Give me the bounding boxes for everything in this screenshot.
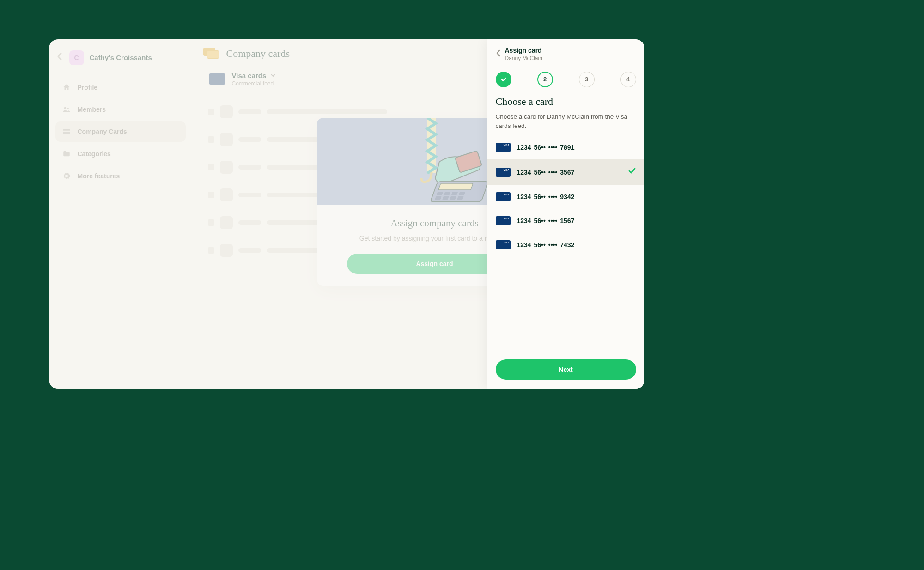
visa-card-icon <box>496 168 511 177</box>
visa-card-icon <box>496 143 511 152</box>
nav-label: More features <box>78 172 120 180</box>
nav-item-members[interactable]: Members <box>55 99 186 120</box>
visa-card-icon <box>496 192 511 201</box>
svg-rect-15 <box>450 196 456 200</box>
svg-rect-9 <box>436 192 443 195</box>
app-frame: C Cathy's Croissants Profile Members <box>49 39 644 389</box>
svg-rect-14 <box>442 196 449 200</box>
workspace-initial: C <box>74 54 79 61</box>
panel-desc: Choose a card for Danny McClain from the… <box>496 112 636 131</box>
visa-card-icon <box>209 73 225 85</box>
card-number: 1234 56•• •••• 7891 <box>517 144 636 151</box>
stepper: 2 3 4 <box>487 67 644 92</box>
svg-point-1 <box>67 107 69 109</box>
card-option[interactable]: 1234 56•• •••• 7891 <box>487 135 644 159</box>
page-title: Company cards <box>226 48 290 60</box>
card-number: 1234 56•• •••• 7432 <box>517 241 636 249</box>
feed-subtitle: Commercial feed <box>232 80 276 87</box>
svg-rect-16 <box>457 196 464 200</box>
card-list: 1234 56•• •••• 7891 1234 56•• •••• 3567 … <box>487 135 644 257</box>
card-option[interactable]: 1234 56•• •••• 7432 <box>487 233 644 257</box>
cards-stack-icon <box>203 48 220 60</box>
visa-card-icon <box>496 240 511 249</box>
step-2-current: 2 <box>537 72 553 87</box>
panel-subtitle: Danny McClain <box>505 55 542 61</box>
workspace-header[interactable]: C Cathy's Croissants <box>55 48 186 74</box>
svg-rect-3 <box>63 130 70 131</box>
folder-icon <box>62 149 71 158</box>
card-option[interactable]: 1234 56•• •••• 9342 <box>487 185 644 209</box>
nav-item-profile[interactable]: Profile <box>55 77 186 97</box>
assign-card-panel: Assign card Danny McClain 2 3 4 Choose a… <box>487 39 644 389</box>
sidebar: C Cathy's Croissants Profile Members <box>49 39 192 389</box>
nav-label: Profile <box>78 84 98 91</box>
panel-heading: Choose a card <box>496 96 636 108</box>
nav-label: Company Cards <box>78 128 127 135</box>
check-icon <box>628 167 636 177</box>
panel-title: Assign card <box>505 47 542 54</box>
card-option[interactable]: 1234 56•• •••• 1567 <box>487 209 644 233</box>
back-icon[interactable] <box>55 52 64 63</box>
card-option[interactable]: 1234 56•• •••• 3567 <box>487 159 644 185</box>
nav-item-more-features[interactable]: More features <box>55 166 186 186</box>
home-icon <box>62 83 71 92</box>
nav-item-company-cards[interactable]: Company Cards <box>55 121 186 142</box>
svg-rect-11 <box>451 192 458 195</box>
card-icon <box>62 127 71 136</box>
back-icon[interactable] <box>496 49 500 58</box>
card-number: 1234 56•• •••• 3567 <box>517 169 621 176</box>
nav-label: Categories <box>78 150 111 158</box>
chevron-down-icon <box>271 72 275 79</box>
feed-name: Visa cards <box>232 72 267 79</box>
step-4: 4 <box>620 72 636 87</box>
members-icon <box>62 105 71 114</box>
gear-icon <box>62 171 71 181</box>
visa-card-icon <box>496 216 511 225</box>
step-3: 3 <box>579 72 595 87</box>
svg-rect-10 <box>444 192 450 195</box>
workspace-avatar: C <box>69 50 84 65</box>
nav-item-categories[interactable]: Categories <box>55 144 186 164</box>
step-1-done <box>496 72 511 87</box>
svg-rect-8 <box>438 183 473 190</box>
workspace-name: Cathy's Croissants <box>90 54 152 61</box>
svg-rect-13 <box>435 196 442 200</box>
svg-point-0 <box>64 107 66 109</box>
nav-label: Members <box>78 106 106 113</box>
nav: Profile Members Company Cards Categories <box>55 77 186 186</box>
svg-rect-12 <box>458 192 465 195</box>
card-number: 1234 56•• •••• 1567 <box>517 217 636 224</box>
panel-header: Assign card Danny McClain <box>487 39 644 67</box>
next-button[interactable]: Next <box>496 359 636 380</box>
card-number: 1234 56•• •••• 9342 <box>517 193 636 200</box>
